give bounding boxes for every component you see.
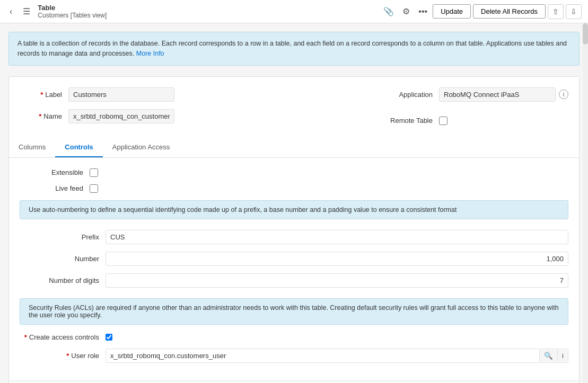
tab-application-access[interactable]: Application Access xyxy=(103,138,179,157)
extensible-row: Extensible xyxy=(20,168,568,177)
tabs-bar: Columns Controls Application Access xyxy=(9,138,579,158)
prefix-row: Prefix xyxy=(20,230,568,244)
attachment-icon[interactable]: 📎 xyxy=(380,4,397,19)
live-feed-checkbox[interactable] xyxy=(90,184,98,193)
create-access-checkbox[interactable] xyxy=(106,334,112,341)
breadcrumb: Table Customers [Tables view] xyxy=(38,4,107,19)
scrollbar-track[interactable] xyxy=(583,23,588,383)
extensible-checkbox[interactable] xyxy=(90,168,98,177)
security-info-text: Security Rules (ACLs) are required if an… xyxy=(29,304,559,319)
number-fields: Prefix Number Number of digits xyxy=(20,230,568,288)
delete-all-button[interactable]: Delete All Records xyxy=(473,4,546,19)
application-field-label: Application xyxy=(369,91,433,99)
number-input[interactable] xyxy=(106,252,568,266)
user-role-info-button[interactable]: i xyxy=(557,350,568,362)
create-access-row: * Create access controls xyxy=(20,333,568,341)
back-button[interactable]: ‹ xyxy=(6,5,15,19)
scroll-up-button[interactable]: ⇧ xyxy=(548,4,564,19)
security-info: Security Rules (ACLs) are required if an… xyxy=(20,298,568,325)
arrow-indicator: → xyxy=(0,347,3,364)
auto-number-info: Use auto-numbering to define a sequentia… xyxy=(20,200,568,219)
digits-row: Number of digits xyxy=(20,273,568,288)
user-role-input-wrapper: 🔍 i xyxy=(106,349,568,363)
extensible-label: Extensible xyxy=(20,168,83,176)
create-access-label: * Create access controls xyxy=(20,333,99,341)
tab-controls[interactable]: Controls xyxy=(55,138,102,157)
application-input[interactable] xyxy=(439,87,556,102)
user-role-row: → * User role 🔍 i xyxy=(20,349,568,363)
name-input[interactable] xyxy=(68,109,174,123)
page-title: Table xyxy=(38,4,107,12)
remote-table-checkbox[interactable] xyxy=(439,117,447,125)
user-role-search-button[interactable]: 🔍 xyxy=(539,350,557,362)
user-role-input[interactable] xyxy=(106,349,539,362)
name-field-label: * Name xyxy=(20,112,62,120)
number-of-digits-input[interactable] xyxy=(106,273,568,288)
prefix-label: Prefix xyxy=(20,233,99,241)
prefix-input[interactable] xyxy=(106,230,568,244)
update-button[interactable]: Update xyxy=(433,4,471,19)
live-feed-label: Live feed xyxy=(20,184,83,192)
live-feed-row: Live feed xyxy=(20,184,568,193)
settings-icon[interactable]: ⚙ xyxy=(399,4,413,19)
info-box: A table is a collection of records in th… xyxy=(8,32,580,66)
more-info-link[interactable]: More Info xyxy=(136,50,164,57)
auto-number-text: Use auto-numbering to define a sequentia… xyxy=(29,206,457,213)
label-input[interactable] xyxy=(68,87,174,102)
content-area: A table is a collection of records in th… xyxy=(0,23,588,383)
scrollbar-thumb[interactable] xyxy=(583,23,588,44)
number-row: Number xyxy=(20,252,568,266)
info-box-text: A table is a collection of records in th… xyxy=(17,40,567,57)
user-role-label: * User role xyxy=(20,352,99,360)
top-bar: ‹ ☰ Table Customers [Tables view] 📎 ⚙ ••… xyxy=(0,0,588,23)
scroll-down-button[interactable]: ⇩ xyxy=(566,4,582,19)
bottom-buttons: Update Delete All Records xyxy=(9,381,579,384)
number-label: Number xyxy=(20,255,99,263)
number-of-digits-label: Number of digits xyxy=(20,277,99,284)
label-field-label: * Label xyxy=(20,91,62,99)
tab-content-controls: Extensible Live feed Use auto-numbering … xyxy=(9,158,579,381)
application-info-icon[interactable]: i xyxy=(559,90,568,99)
menu-button[interactable]: ☰ xyxy=(20,4,33,19)
tab-columns[interactable]: Columns xyxy=(9,138,55,157)
remote-table-field-label: Remote Table xyxy=(369,117,433,124)
more-icon[interactable]: ••• xyxy=(415,5,431,19)
page-subtitle: Customers [Tables view] xyxy=(38,12,107,19)
